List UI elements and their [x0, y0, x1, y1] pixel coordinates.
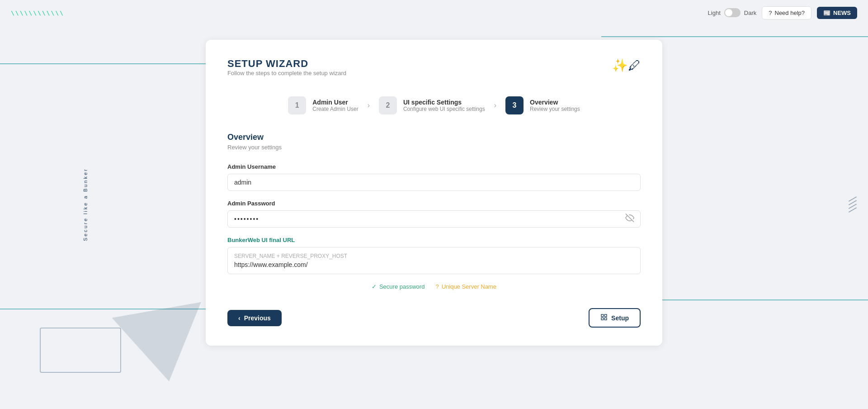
admin-password-group: Admin Password	[227, 200, 641, 228]
step-1: 1 Admin User Create Admin User	[288, 96, 358, 114]
previous-arrow-icon: ‹	[238, 314, 241, 322]
wizard-footer: ‹ Previous Setup	[227, 308, 641, 328]
svg-rect-1	[601, 314, 604, 317]
url-value-text: https://www.example.com/	[234, 261, 634, 268]
url-group: BunkerWeb UI final URL SERVER_NAME + REV…	[227, 237, 641, 274]
step-2: 2 UI specific Settings Configure web UI …	[379, 96, 485, 114]
wizard-subtitle: Follow the steps to complete the setup w…	[227, 70, 346, 76]
url-box: SERVER_NAME + REVERSE_PROXY_HOST https:/…	[227, 247, 641, 274]
validation-secure: ✓ Secure password	[372, 283, 425, 290]
step-1-info: Admin User Create Admin User	[312, 99, 358, 112]
password-wrapper	[227, 210, 641, 228]
topbar-right: Light Dark ? Need help? 📰 NEWS	[708, 6, 857, 19]
url-label: BunkerWeb UI final URL	[227, 237, 641, 243]
admin-username-group: Admin Username	[227, 163, 641, 191]
section-subtitle: Review your settings	[227, 144, 641, 151]
step-2-desc: Configure web UI specific settings	[403, 106, 485, 112]
need-help-label: Need help?	[775, 10, 805, 16]
section-title: Overview	[227, 133, 641, 142]
svg-rect-4	[601, 318, 604, 320]
step-arrow-1: ›	[368, 101, 370, 109]
step-2-number: 2	[379, 96, 397, 114]
step-1-number: 1	[288, 96, 306, 114]
wizard-wand-icon: ✨🖊	[612, 58, 641, 73]
warning-icon: ?	[435, 283, 439, 290]
setup-button-label: Setup	[611, 314, 629, 322]
previous-button[interactable]: ‹ Previous	[227, 310, 282, 326]
svg-rect-2	[604, 314, 607, 317]
wizard-header: SETUP WIZARD Follow the steps to complet…	[227, 58, 641, 93]
validation-row: ✓ Secure password ? Unique Server Name	[227, 283, 641, 290]
news-label: NEWS	[833, 10, 851, 16]
bottom-left-box	[40, 328, 121, 373]
need-help-button[interactable]: ? Need help?	[762, 6, 811, 19]
step-3: 3 Overview Review your settings	[505, 96, 580, 114]
bottom-triangle	[112, 302, 214, 389]
steps-container: 1 Admin User Create Admin User › 2 UI sp…	[227, 96, 641, 114]
admin-username-input[interactable]	[227, 174, 641, 191]
side-text: Secure like a Bunker	[83, 168, 88, 241]
setup-icon	[600, 314, 608, 322]
validation-unique: ? Unique Server Name	[435, 283, 496, 290]
step-1-title: Admin User	[312, 99, 358, 106]
admin-password-label: Admin Password	[227, 200, 641, 207]
theme-toggle: Light Dark	[708, 8, 757, 17]
step-3-info: Overview Review your settings	[530, 99, 580, 112]
check-icon: ✓	[372, 283, 377, 290]
eye-hidden-icon[interactable]	[625, 214, 634, 225]
step-2-info: UI specific Settings Configure web UI sp…	[403, 99, 485, 112]
url-placeholder-text: SERVER_NAME + REVERSE_PROXY_HOST	[234, 253, 634, 259]
news-button[interactable]: 📰 NEWS	[817, 7, 857, 19]
wizard-card: SETUP WIZARD Follow the steps to complet…	[206, 40, 662, 346]
logo: \\\\\\\\\\\\	[11, 10, 64, 16]
admin-password-input[interactable]	[227, 210, 641, 228]
right-decoration	[848, 199, 857, 210]
step-2-title: UI specific Settings	[403, 99, 485, 106]
theme-light-label: Light	[708, 10, 721, 16]
setup-button[interactable]: Setup	[589, 308, 641, 328]
topbar: \\\\\\\\\\\\ Light Dark ? Need help? 📰 N…	[0, 0, 868, 25]
question-icon: ?	[769, 10, 772, 16]
blue-line-right-top	[601, 36, 868, 37]
step-3-desc: Review your settings	[530, 106, 580, 112]
wizard-title-block: SETUP WIZARD Follow the steps to complet…	[227, 58, 346, 93]
wizard-title: SETUP WIZARD	[227, 58, 346, 70]
validation-secure-label: Secure password	[379, 283, 425, 290]
step-3-title: Overview	[530, 99, 580, 106]
admin-username-label: Admin Username	[227, 163, 641, 170]
theme-dark-label: Dark	[744, 10, 756, 16]
theme-toggle-switch[interactable]	[724, 8, 741, 17]
validation-unique-label: Unique Server Name	[442, 283, 496, 290]
news-icon: 📰	[823, 10, 830, 16]
step-3-number: 3	[505, 96, 524, 114]
svg-rect-3	[604, 318, 607, 320]
step-arrow-2: ›	[494, 101, 496, 109]
step-1-desc: Create Admin User	[312, 106, 358, 112]
previous-button-label: Previous	[244, 314, 271, 322]
